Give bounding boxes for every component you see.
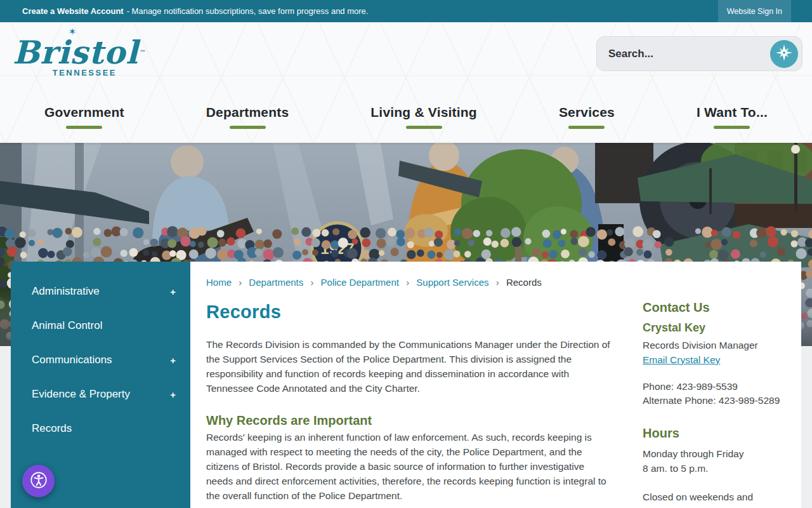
nav-underline [66, 126, 102, 129]
breadcrumb-link-home[interactable]: Home [206, 277, 232, 288]
nav-item-i-want-to[interactable]: I Want To... [697, 105, 768, 129]
breadcrumb-link-departments[interactable]: Departments [249, 277, 303, 288]
search-input[interactable] [608, 48, 770, 60]
create-account-link[interactable]: Create a Website Account [22, 6, 124, 16]
main-navigation: Government Departments Living & Visiting… [44, 105, 768, 129]
content-area: Administrative + Animal Control Communic… [11, 262, 801, 508]
search-submit-button[interactable] [770, 40, 798, 68]
accessibility-person-icon [29, 471, 48, 491]
compass-search-icon [776, 44, 792, 63]
nav-item-government[interactable]: Government [44, 105, 124, 129]
breadcrumb-link-support-services[interactable]: Support Services [416, 277, 488, 288]
hours-days: Monday through Friday [643, 447, 789, 462]
nav-underline [406, 126, 442, 129]
nav-underline [230, 126, 266, 129]
search-bar [596, 36, 802, 71]
nav-underline [714, 126, 750, 129]
nav-item-services[interactable]: Services [559, 105, 615, 129]
contact-alt-phone: Alternate Phone: 423-989-5289 [643, 394, 789, 408]
hours-note: Closed on weekends and holidays. [643, 490, 789, 508]
page-title: Records [206, 302, 612, 323]
breadcrumb-current: Records [506, 277, 542, 288]
sidenav-item-records[interactable]: Records [11, 411, 190, 446]
contact-us-heading: Contact Us [643, 300, 789, 315]
account-tagline: - Manage notification subscriptions, sav… [127, 6, 369, 16]
article-column: Records The Records Division is commande… [206, 298, 612, 508]
expand-plus-icon[interactable]: + [170, 355, 176, 366]
breadcrumb-separator: › [239, 277, 242, 288]
contact-phone: Phone: 423-989-5539 [643, 380, 789, 394]
bristol-logo[interactable]: ✶ Bristol™ TENNESSEE [13, 27, 121, 77]
top-utility-bar: Create a Website Account - Manage notifi… [0, 0, 812, 22]
trademark-symbol: ™ [138, 49, 145, 56]
contact-role: Records Division Manager [643, 340, 789, 351]
accessibility-widget-button[interactable] [22, 465, 55, 497]
expand-plus-icon[interactable]: + [170, 389, 176, 400]
breadcrumb-separator: › [310, 277, 313, 288]
section-paragraph: Records' keeping is an inherent function… [206, 431, 612, 504]
website-sign-in-button[interactable]: Website Sign In [718, 0, 791, 22]
sidenav-item-evidence-property[interactable]: Evidence & Property + [11, 377, 190, 411]
hours-time: 8 am. to 5 p.m. [643, 462, 789, 476]
section-heading: Why Records are Important [206, 413, 612, 428]
breadcrumb-separator: › [406, 277, 409, 288]
sidenav-item-administrative[interactable]: Administrative + [11, 274, 190, 309]
main-panel: Home › Departments › Police Department ›… [190, 262, 801, 508]
expand-plus-icon[interactable]: + [170, 286, 176, 297]
breadcrumb: Home › Departments › Police Department ›… [206, 277, 792, 288]
breadcrumb-separator: › [496, 277, 499, 288]
sidenav-item-communications[interactable]: Communications + [11, 343, 190, 377]
sidenav-item-animal-control[interactable]: Animal Control [11, 309, 190, 343]
nav-underline [568, 126, 605, 129]
email-contact-link[interactable]: Email Crystal Key [643, 354, 720, 365]
site-header: ✶ Bristol™ TENNESSEE Government Departme… [0, 22, 812, 143]
breadcrumb-link-police-department[interactable]: Police Department [321, 277, 399, 288]
nav-item-living-visiting[interactable]: Living & Visiting [370, 105, 477, 129]
contact-column: Contact Us Crystal Key Records Division … [643, 298, 789, 508]
contact-name: Crystal Key [643, 321, 789, 335]
hours-heading: Hours [643, 426, 789, 441]
logo-wordmark: Bristol™ [13, 34, 145, 71]
intro-paragraph: The Records Division is commanded by the… [206, 338, 612, 396]
nav-item-departments[interactable]: Departments [206, 105, 289, 129]
